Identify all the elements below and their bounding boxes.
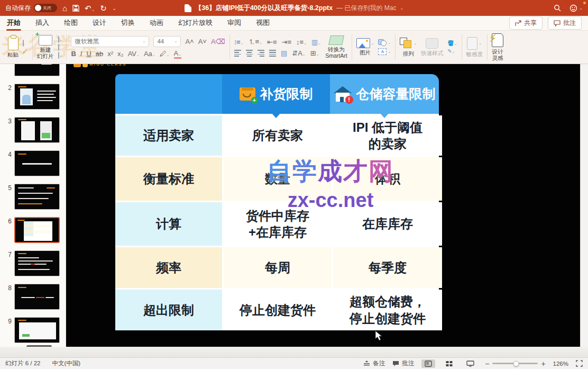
change-case-icon[interactable]: Aa⌄	[144, 50, 155, 58]
tab-animations[interactable]: 动画	[149, 16, 164, 31]
comparison-table[interactable]: 补货限制 ! 仓储容量限制 适用卖家 所有卖家 IPI 低于阈值 的卖家 衡量标…	[115, 74, 439, 330]
numbering-icon[interactable]: ⒈≡⌄	[249, 37, 262, 47]
text-direction-icon[interactable]: ⇵A⌄	[292, 49, 305, 57]
grow-font-icon[interactable]: A˄	[185, 38, 194, 46]
slide-thumbnail-7[interactable]: 7	[3, 250, 61, 276]
zoom-out-icon[interactable]: −	[485, 359, 489, 368]
slide-number: 4	[3, 150, 12, 158]
design-ideas-button[interactable]: ⚡ 设计 灵感	[492, 33, 503, 61]
search-icon[interactable]	[554, 4, 561, 12]
tab-review[interactable]: 审阅	[227, 16, 242, 31]
row-label: 适用卖家	[115, 115, 222, 156]
font-color-icon[interactable]: A⌄	[174, 49, 182, 59]
tab-view[interactable]: 视图	[255, 16, 270, 31]
distribute-icon[interactable]: ▤	[281, 49, 287, 57]
tab-insert[interactable]: 插入	[35, 16, 50, 31]
slide-layout-icon[interactable]: ⌄	[58, 37, 62, 42]
table-cell: IPI 低于阈值 的卖家	[333, 115, 442, 156]
slideshow-view-button[interactable]	[463, 359, 477, 368]
normal-view-button[interactable]	[421, 359, 435, 368]
tab-home[interactable]: 开始	[6, 16, 21, 31]
slide-thumbnail-1[interactable]: 1	[3, 64, 61, 76]
textbox-icon[interactable]: A⌄	[378, 48, 391, 55]
zoom-slider[interactable]	[492, 363, 538, 364]
slide-thumbnail-9[interactable]: 9	[3, 317, 61, 343]
font-name-select[interactable]: 微软雅黑⌄	[71, 36, 149, 47]
align-right-icon[interactable]	[258, 50, 264, 56]
autosave-switch[interactable]: 关闭	[34, 4, 57, 12]
section-icon[interactable]: ⌄	[58, 52, 62, 58]
paste-label: 粘贴	[7, 51, 19, 58]
slide-thumbnail-5[interactable]: 5	[3, 184, 61, 210]
outdent-icon[interactable]: ⇤≡	[267, 38, 277, 46]
slide-thumbnail-4[interactable]: 4	[3, 150, 61, 176]
slide-thumbnail-3[interactable]: 3	[3, 117, 61, 143]
reset-slide-icon[interactable]	[58, 44, 62, 50]
align-text-icon[interactable]: ⊞⌄	[310, 49, 319, 57]
comments-button[interactable]: 批注	[548, 16, 582, 30]
sensitivity-button[interactable]: ⌄ 敏感度	[466, 37, 483, 57]
notification-dot	[583, 2, 586, 4]
columns-icon[interactable]: ▥⌄	[311, 38, 321, 46]
highlight-pen-icon[interactable]: 🖊⌄	[160, 50, 170, 58]
slide-thumbnail-8[interactable]: 8	[3, 284, 61, 310]
shrink-font-icon[interactable]: A˅	[198, 38, 207, 46]
vertical-scrollbar[interactable]	[580, 64, 588, 347]
convert-smartart-button[interactable]: 转换为 SmartArt	[325, 35, 347, 59]
quick-styles-button[interactable]: 快速样式	[421, 38, 443, 56]
picture-button[interactable]: ⌄ 图片	[356, 38, 374, 56]
copy-icon[interactable]	[23, 40, 28, 46]
fit-slide-icon[interactable]	[576, 360, 583, 367]
tab-transitions[interactable]: 切换	[121, 16, 135, 31]
character-spacing-icon[interactable]: AV⌄	[128, 50, 140, 58]
undo-icon[interactable]: ↶⌄	[85, 4, 95, 12]
align-left-icon[interactable]	[234, 50, 241, 56]
bullets-icon[interactable]: ⁝≡⌄	[234, 38, 244, 46]
home-icon[interactable]: ⌂	[62, 4, 67, 12]
underline-icon[interactable]: U	[86, 50, 91, 58]
slide-sorter-view-button[interactable]	[443, 359, 456, 368]
new-slide-button[interactable]: 新建 幻灯片	[37, 35, 54, 59]
slide-thumbnail-6-selected[interactable]: 6	[3, 217, 61, 243]
slide-canvas[interactable]: MIGU CLASS 补货限制 ! 仓储容量限制 适用卖家 所有卖家 IPI 低…	[66, 64, 580, 347]
superscript-icon[interactable]: x²	[107, 50, 113, 58]
slide-counter[interactable]: 幻灯片 6 / 22	[5, 359, 40, 367]
arrange-group: ⌄ 排列 快速样式 🪣⌄ ✎⌄	[396, 32, 461, 62]
subscript-icon[interactable]: x₂	[117, 50, 124, 58]
language-indicator[interactable]: 中文(中国)	[52, 359, 80, 367]
shape-fill-icon[interactable]: 🪣⌄	[447, 40, 457, 46]
strikethrough-icon[interactable]: ab	[96, 50, 103, 58]
share-button[interactable]: 共享	[509, 16, 543, 30]
shape-outline-icon[interactable]: ✎⌄	[447, 48, 457, 54]
zoom-level[interactable]: 126%	[553, 361, 568, 367]
paste-button[interactable]: 粘贴	[7, 37, 19, 58]
title-chevron-icon[interactable]: ⌄	[400, 6, 404, 11]
box-plus-icon	[240, 87, 255, 101]
notes-button[interactable]: 备注	[363, 359, 385, 367]
italic-icon[interactable]: I	[80, 50, 82, 58]
autosave-toggle[interactable]: 自动保存 关闭	[5, 4, 57, 13]
tab-slideshow[interactable]: 幻灯片放映	[178, 16, 213, 31]
line-spacing-icon[interactable]: ↕≡⌄	[296, 38, 307, 46]
zoom-in-icon[interactable]: +	[541, 359, 545, 368]
save-icon[interactable]	[72, 5, 79, 12]
slide-thumbnail-2[interactable]: 2	[3, 84, 61, 110]
feedback-smiley-icon[interactable]: ⌄	[569, 4, 583, 12]
comments-toggle-button[interactable]: 批注	[392, 359, 414, 367]
panel-scrollbar-handle[interactable]	[26, 345, 52, 347]
tab-design[interactable]: 设计	[92, 16, 107, 31]
zoom-slider-thumb[interactable]	[513, 361, 519, 366]
redo-icon[interactable]: ↻	[100, 4, 107, 12]
align-center-icon[interactable]	[246, 50, 253, 56]
toolbar-overflow-icon[interactable]: ⌄	[112, 5, 116, 11]
indent-icon[interactable]: ⇥≡	[282, 38, 291, 46]
font-size-select[interactable]: 44⌄	[153, 36, 181, 47]
tab-draw[interactable]: 绘图	[63, 16, 78, 31]
arrange-button[interactable]: ⌄ 排列	[400, 38, 417, 57]
clear-formatting-icon[interactable]: A⌫	[211, 38, 225, 46]
shapes-icon[interactable]: ⌄	[378, 39, 391, 46]
document-save-status[interactable]: — 已保存到我的 Mac	[336, 4, 396, 13]
format-painter-icon[interactable]: 🖉	[23, 48, 28, 54]
justify-icon[interactable]	[269, 50, 276, 56]
bold-icon[interactable]: B	[71, 50, 76, 58]
